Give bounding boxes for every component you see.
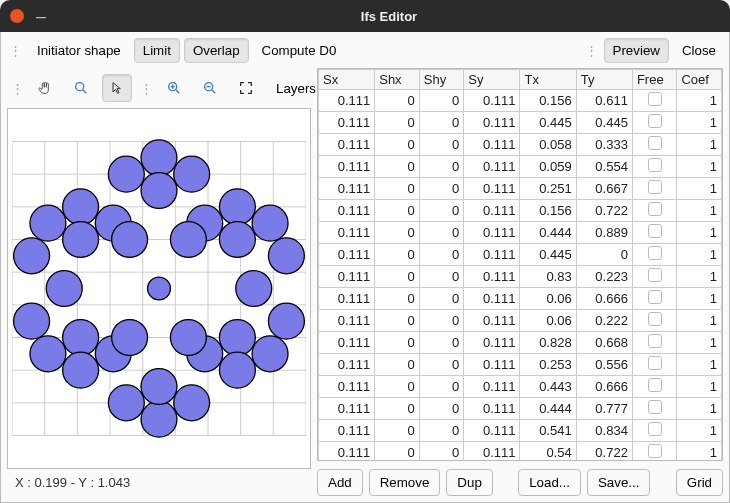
cell-sx[interactable]: 0.111 <box>319 420 375 442</box>
window-minimize-button[interactable]: – <box>34 9 48 23</box>
transforms-table-container[interactable]: Sx Shx Shy Sy Tx Ty Free Coef 0.111000.1… <box>317 68 723 461</box>
cell-free[interactable] <box>632 222 677 244</box>
cell-shy[interactable]: 0 <box>419 420 464 442</box>
table-row[interactable]: 0.111000.1110.0590.5541 <box>319 156 722 178</box>
cell-shx[interactable]: 0 <box>375 200 420 222</box>
cell-tx[interactable]: 0.444 <box>520 398 576 420</box>
free-checkbox[interactable] <box>648 334 662 348</box>
table-row[interactable]: 0.111000.1110.830.2231 <box>319 266 722 288</box>
free-checkbox[interactable] <box>648 202 662 216</box>
cell-shy[interactable]: 0 <box>419 222 464 244</box>
limit-button[interactable]: Limit <box>134 38 180 63</box>
cell-free[interactable] <box>632 90 677 112</box>
cell-sy[interactable]: 0.111 <box>464 354 520 376</box>
cell-ty[interactable]: 0.722 <box>576 442 632 462</box>
cell-shy[interactable]: 0 <box>419 442 464 462</box>
cell-tx[interactable]: 0.06 <box>520 310 576 332</box>
cell-sy[interactable]: 0.111 <box>464 112 520 134</box>
col-free[interactable]: Free <box>632 70 677 90</box>
free-checkbox[interactable] <box>648 290 662 304</box>
free-checkbox[interactable] <box>648 92 662 106</box>
cell-free[interactable] <box>632 310 677 332</box>
table-row[interactable]: 0.111000.1110.4430.6661 <box>319 376 722 398</box>
free-checkbox[interactable] <box>648 158 662 172</box>
cell-shy[interactable]: 0 <box>419 178 464 200</box>
cell-sy[interactable]: 0.111 <box>464 398 520 420</box>
cell-coef[interactable]: 1 <box>677 332 722 354</box>
cell-shy[interactable]: 0 <box>419 398 464 420</box>
table-row[interactable]: 0.111000.1110.0580.3331 <box>319 134 722 156</box>
cell-tx[interactable]: 0.06 <box>520 288 576 310</box>
free-checkbox[interactable] <box>648 312 662 326</box>
table-row[interactable]: 0.111000.1110.060.6661 <box>319 288 722 310</box>
cell-sx[interactable]: 0.111 <box>319 398 375 420</box>
cell-tx[interactable]: 0.541 <box>520 420 576 442</box>
remove-button[interactable]: Remove <box>369 469 441 496</box>
cell-shx[interactable]: 0 <box>375 376 420 398</box>
cell-sy[interactable]: 0.111 <box>464 266 520 288</box>
cell-ty[interactable]: 0.554 <box>576 156 632 178</box>
cell-coef[interactable]: 1 <box>677 398 722 420</box>
cell-ty[interactable]: 0.834 <box>576 420 632 442</box>
cell-sy[interactable]: 0.111 <box>464 90 520 112</box>
cell-coef[interactable]: 1 <box>677 442 722 462</box>
cell-tx[interactable]: 0.253 <box>520 354 576 376</box>
cell-sx[interactable]: 0.111 <box>319 376 375 398</box>
cell-sx[interactable]: 0.111 <box>319 310 375 332</box>
cell-tx[interactable]: 0.443 <box>520 376 576 398</box>
zoom-out-tool[interactable] <box>195 74 225 102</box>
cell-shx[interactable]: 0 <box>375 134 420 156</box>
cell-sx[interactable]: 0.111 <box>319 112 375 134</box>
cell-shy[interactable]: 0 <box>419 376 464 398</box>
cell-sx[interactable]: 0.111 <box>319 288 375 310</box>
col-shx[interactable]: Shx <box>375 70 420 90</box>
cell-ty[interactable]: 0.666 <box>576 288 632 310</box>
cell-free[interactable] <box>632 332 677 354</box>
cell-sx[interactable]: 0.111 <box>319 134 375 156</box>
cell-ty[interactable]: 0.611 <box>576 90 632 112</box>
zoom-in-tool[interactable] <box>159 74 189 102</box>
cell-tx[interactable]: 0.156 <box>520 200 576 222</box>
free-checkbox[interactable] <box>648 224 662 238</box>
cell-sy[interactable]: 0.111 <box>464 222 520 244</box>
free-checkbox[interactable] <box>648 400 662 414</box>
cell-tx[interactable]: 0.444 <box>520 222 576 244</box>
table-row[interactable]: 0.111000.1110.8280.6681 <box>319 332 722 354</box>
cell-ty[interactable]: 0 <box>576 244 632 266</box>
cell-shy[interactable]: 0 <box>419 288 464 310</box>
cell-shy[interactable]: 0 <box>419 244 464 266</box>
cell-sx[interactable]: 0.111 <box>319 244 375 266</box>
cell-free[interactable] <box>632 376 677 398</box>
cell-ty[interactable]: 0.722 <box>576 200 632 222</box>
cell-free[interactable] <box>632 442 677 462</box>
cell-shx[interactable]: 0 <box>375 244 420 266</box>
load-button[interactable]: Load... <box>518 469 581 496</box>
close-button[interactable]: Close <box>673 38 725 63</box>
cell-ty[interactable]: 0.667 <box>576 178 632 200</box>
cell-sy[interactable]: 0.111 <box>464 332 520 354</box>
table-row[interactable]: 0.111000.1110.1560.7221 <box>319 200 722 222</box>
cell-free[interactable] <box>632 112 677 134</box>
table-row[interactable]: 0.111000.1110.2530.5561 <box>319 354 722 376</box>
cell-sx[interactable]: 0.111 <box>319 222 375 244</box>
cell-sx[interactable]: 0.111 <box>319 354 375 376</box>
cell-free[interactable] <box>632 244 677 266</box>
cell-ty[interactable]: 0.889 <box>576 222 632 244</box>
cell-sy[interactable]: 0.111 <box>464 156 520 178</box>
cell-free[interactable] <box>632 200 677 222</box>
free-checkbox[interactable] <box>648 268 662 282</box>
cell-sy[interactable]: 0.111 <box>464 178 520 200</box>
cell-coef[interactable]: 1 <box>677 222 722 244</box>
table-row[interactable]: 0.111000.1110.2510.6671 <box>319 178 722 200</box>
free-checkbox[interactable] <box>648 136 662 150</box>
cell-sx[interactable]: 0.111 <box>319 442 375 462</box>
col-shy[interactable]: Shy <box>419 70 464 90</box>
free-checkbox[interactable] <box>648 422 662 436</box>
cell-sx[interactable]: 0.111 <box>319 90 375 112</box>
cell-free[interactable] <box>632 398 677 420</box>
cell-sy[interactable]: 0.111 <box>464 288 520 310</box>
add-button[interactable]: Add <box>317 469 363 496</box>
cell-sy[interactable]: 0.111 <box>464 442 520 462</box>
cell-sy[interactable]: 0.111 <box>464 310 520 332</box>
window-close-button[interactable] <box>10 9 24 23</box>
